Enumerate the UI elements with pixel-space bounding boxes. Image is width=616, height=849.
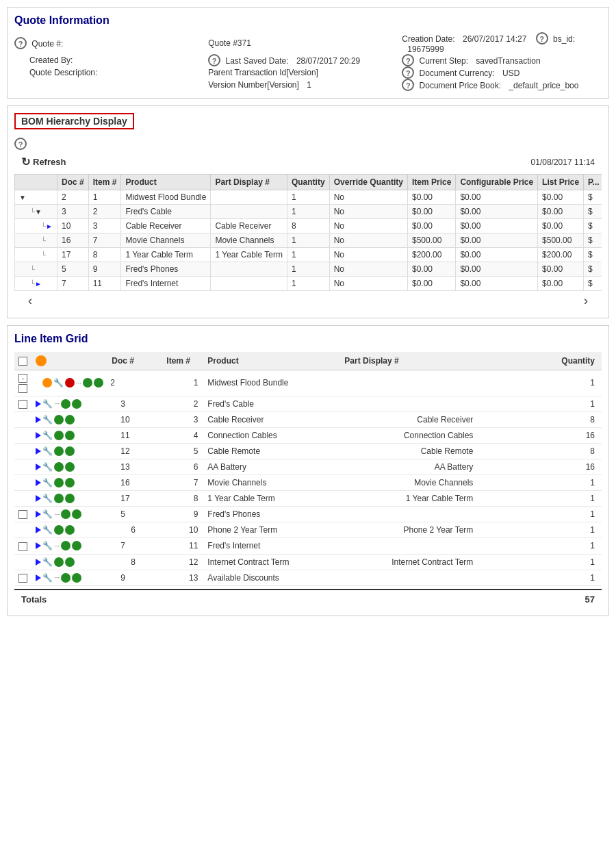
row-checkbox[interactable] (18, 574, 27, 583)
wrench-icon[interactable]: 🔧 (42, 399, 53, 409)
green-icon-1[interactable] (54, 415, 64, 424)
li-product-cell: AA Battery (203, 459, 340, 474)
green-icon-2[interactable] (72, 541, 81, 550)
select-all-checkbox[interactable] (18, 357, 27, 366)
wrench-icon[interactable]: 🔧 (42, 541, 53, 550)
row-checkbox[interactable] (18, 400, 27, 409)
wrench-icon[interactable]: 🔧 (42, 509, 53, 519)
row-checkbox[interactable] (18, 542, 27, 551)
green-icon-1[interactable] (61, 541, 70, 550)
expand-arrow-icon[interactable] (36, 479, 41, 486)
doc-currency-help-icon[interactable]: ? (402, 66, 414, 79)
green-icon-2[interactable] (65, 415, 75, 424)
expand-arrow-icon[interactable] (36, 464, 41, 470)
li-item-cell: 7 (162, 474, 203, 490)
wrench-icon[interactable]: 🔧 (42, 573, 53, 583)
red-icon (65, 378, 75, 388)
green-icon-2[interactable] (65, 557, 75, 567)
li-icons-cell: 🔧 (31, 522, 107, 538)
expand-arrow-icon[interactable] (36, 542, 41, 549)
bom-item-cell: 8 (88, 248, 121, 262)
current-step-help-icon[interactable]: ? (402, 54, 414, 66)
li-check-cell (14, 554, 31, 570)
scroll-left-button[interactable]: ‹ (28, 294, 32, 308)
bom-product-cell: 1 Year Cable Term (121, 248, 211, 262)
row-checkbox[interactable] (18, 510, 27, 519)
li-part-display-cell (340, 538, 477, 554)
quote-num-help-icon[interactable]: ? (14, 37, 27, 49)
li-doc-cell: 5 (107, 506, 162, 522)
expand-arrow-icon[interactable] (36, 559, 41, 566)
li-product-cell: Fred's Cable (203, 396, 340, 411)
expand-arrow-icon[interactable] (36, 527, 41, 533)
green-icon-1[interactable] (54, 431, 64, 440)
bom-override-cell: No (329, 205, 407, 219)
bom-scroll-container[interactable]: Doc # Item # Product Part Display # Quan… (14, 174, 602, 291)
wrench-icon[interactable]: 🔧 (42, 478, 53, 487)
green-icon-1[interactable] (54, 446, 64, 456)
bom-col-config-price: Configurable Price (456, 175, 538, 190)
expand-arrow-icon[interactable] (36, 432, 41, 439)
green-icon-1[interactable] (54, 525, 64, 535)
expand-arrow-icon[interactable] (36, 574, 41, 581)
price-book-help-icon[interactable]: ? (402, 79, 414, 91)
green-icon-2[interactable] (65, 494, 75, 503)
green-icon-1[interactable] (61, 573, 70, 583)
green-icon-2[interactable] (72, 573, 81, 583)
li-check-cell (14, 411, 31, 427)
green-icon-1[interactable] (54, 462, 64, 472)
green-icon-1[interactable] (54, 557, 64, 567)
wrench-icon[interactable]: 🔧 (42, 494, 53, 503)
expand-arrow-icon[interactable] (36, 416, 41, 423)
expand-right-icon[interactable]: ► (35, 280, 42, 288)
expand-arrow-icon[interactable] (36, 448, 41, 455)
wrench-icon[interactable]: 🔧 (42, 557, 53, 567)
wrench-icon[interactable]: 🔧 (42, 431, 53, 440)
green-icon-2[interactable] (65, 525, 75, 535)
wrench-icon[interactable]: 🔧 (42, 446, 53, 456)
quote-num-label: Quote #: (31, 39, 63, 49)
green-icon-1[interactable] (61, 509, 70, 519)
bom-doc-cell: 16 (57, 233, 89, 248)
collapse-icon[interactable]: - (18, 374, 27, 383)
li-part-display-cell: Internet Contract Term (340, 554, 477, 570)
expand-down-icon[interactable]: ▼ (19, 194, 26, 201)
green-icon-2[interactable] (94, 378, 103, 388)
green-icon-1[interactable] (54, 478, 64, 487)
bom-nav-cell: ▼ (15, 190, 57, 205)
row-checkbox[interactable] (18, 384, 27, 393)
green-icon-2[interactable] (72, 399, 81, 409)
li-col-part-display: Part Display # (340, 352, 477, 370)
scroll-right-button[interactable]: › (584, 294, 588, 308)
expand-arrow-icon[interactable] (36, 511, 41, 518)
green-icon-1[interactable] (83, 378, 92, 388)
wrench-icon[interactable]: 🔧 (53, 378, 64, 388)
wrench-icon[interactable]: 🔧 (42, 525, 53, 535)
bom-item-price-cell: $0.00 (408, 219, 456, 233)
green-icon-2[interactable] (65, 478, 75, 487)
wrench-icon[interactable]: 🔧 (42, 462, 53, 472)
bom-nav-cell: └► (15, 277, 57, 291)
li-icons-cell: 🔧··· (31, 396, 107, 411)
bom-doc-cell: 17 (57, 248, 89, 262)
bom-item-cell: 7 (88, 233, 121, 248)
expand-arrow-icon[interactable] (36, 401, 41, 407)
green-icon-2[interactable] (72, 509, 81, 519)
green-icon-2[interactable] (65, 446, 75, 456)
last-saved-help-icon[interactable]: ? (208, 54, 220, 66)
green-icon-1[interactable] (61, 399, 70, 409)
li-doc-cell: 12 (107, 443, 162, 459)
refresh-button[interactable]: ↻ Refresh (21, 155, 66, 168)
green-icon-2[interactable] (65, 462, 75, 472)
green-icon-2[interactable] (65, 431, 75, 440)
bs-id-help-icon[interactable]: ? (536, 32, 548, 45)
wrench-icon[interactable]: 🔧 (42, 415, 53, 424)
quote-info-title: Quote Information (14, 14, 602, 27)
bom-col-doc: Doc # (57, 175, 89, 190)
bom-help-icon[interactable]: ? (14, 138, 27, 150)
expand-right-icon[interactable]: ► (46, 223, 53, 230)
green-icon-1[interactable] (54, 494, 64, 503)
expand-arrow-icon[interactable] (36, 495, 41, 502)
bom-item-price-cell: $0.00 (408, 205, 456, 219)
expand-down-icon[interactable]: ▼ (35, 208, 42, 216)
